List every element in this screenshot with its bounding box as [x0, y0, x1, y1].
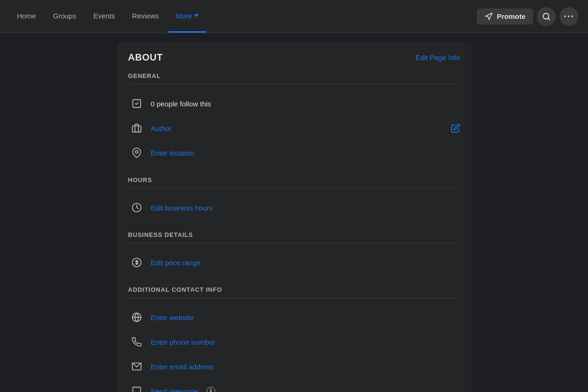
- about-header: ABOUT Edit Page Info: [128, 52, 460, 63]
- business-hours-text: Edit business hours: [151, 204, 213, 212]
- briefcase-icon: [128, 120, 145, 137]
- promote-button[interactable]: Promote: [477, 9, 533, 25]
- nav-reviews[interactable]: Reviews: [124, 0, 167, 33]
- dollar-icon: [128, 254, 145, 271]
- edit-page-info-link[interactable]: Edit Page Info: [415, 53, 460, 61]
- pencil-icon: [451, 123, 460, 133]
- business-details-divider: [128, 243, 460, 244]
- checkbox-icon: [128, 95, 145, 112]
- about-card: ABOUT Edit Page Info GENERAL 0 people fo…: [117, 43, 472, 392]
- nav-home[interactable]: Home: [9, 0, 44, 33]
- location-row[interactable]: Enter location: [128, 140, 460, 165]
- business-hours-row[interactable]: Edit business hours: [128, 195, 460, 220]
- info-icon[interactable]: ℹ: [207, 387, 215, 392]
- author-edit-pencil[interactable]: [451, 123, 460, 133]
- price-range-row[interactable]: Edit price range: [128, 250, 460, 275]
- globe-icon: [128, 309, 145, 326]
- phone-icon: [128, 333, 145, 350]
- website-text: Enter website: [151, 314, 194, 322]
- contact-section-title: ADDITIONAL CONTACT INFO: [128, 286, 460, 293]
- follow-count-row[interactable]: 0 people follow this: [128, 91, 460, 116]
- hours-section-title: HOURS: [128, 176, 460, 183]
- ellipsis-icon: ···: [564, 11, 575, 22]
- svg-point-4: [135, 150, 138, 153]
- hours-divider: [128, 188, 460, 189]
- business-details-section-title: BUSINESS DETAILS: [128, 231, 460, 238]
- section-hours: HOURS Edit business hours: [128, 176, 460, 220]
- svg-rect-3: [132, 126, 140, 132]
- nav-more[interactable]: More: [168, 0, 206, 33]
- clock-icon: [128, 199, 145, 216]
- main-content: ABOUT Edit Page Info GENERAL 0 people fo…: [0, 33, 588, 392]
- general-divider: [128, 84, 460, 85]
- website-row[interactable]: Enter website: [128, 305, 460, 330]
- author-row[interactable]: Author: [128, 116, 460, 140]
- search-icon: [542, 12, 551, 21]
- email-icon: [128, 358, 145, 375]
- send-message-text: Send message: [151, 387, 198, 392]
- location-icon: [128, 144, 145, 161]
- contact-divider: [128, 298, 460, 298]
- email-row[interactable]: Enter email address: [128, 354, 460, 379]
- nav-events[interactable]: Events: [86, 0, 123, 33]
- email-text: Enter email address: [151, 363, 214, 371]
- section-contact: ADDITIONAL CONTACT INFO Enter website: [128, 286, 460, 392]
- megaphone-icon: [484, 12, 493, 21]
- nav-links: Home Groups Events Reviews More: [9, 0, 206, 33]
- general-section-title: GENERAL: [128, 72, 460, 79]
- search-button[interactable]: [537, 7, 556, 26]
- top-navigation: Home Groups Events Reviews More Promote …: [0, 0, 588, 33]
- section-business-details: BUSINESS DETAILS Edit price range: [128, 231, 460, 275]
- location-text: Enter location: [151, 149, 194, 157]
- about-title: ABOUT: [128, 52, 163, 63]
- chevron-down-icon: [194, 14, 199, 17]
- svg-line-1: [548, 18, 549, 19]
- phone-row[interactable]: Enter phone number: [128, 330, 460, 354]
- author-text: Author: [151, 124, 172, 132]
- follow-count-text: 0 people follow this: [151, 100, 211, 108]
- nav-groups[interactable]: Groups: [45, 0, 84, 33]
- section-general: GENERAL 0 people follow this: [128, 72, 460, 165]
- phone-text: Enter phone number: [151, 338, 216, 346]
- messenger-row[interactable]: Send message ℹ: [128, 379, 460, 392]
- price-range-text: Edit price range: [151, 259, 201, 267]
- messenger-icon: [128, 383, 145, 392]
- more-options-button[interactable]: ···: [560, 7, 579, 26]
- nav-right-actions: Promote ···: [477, 7, 579, 26]
